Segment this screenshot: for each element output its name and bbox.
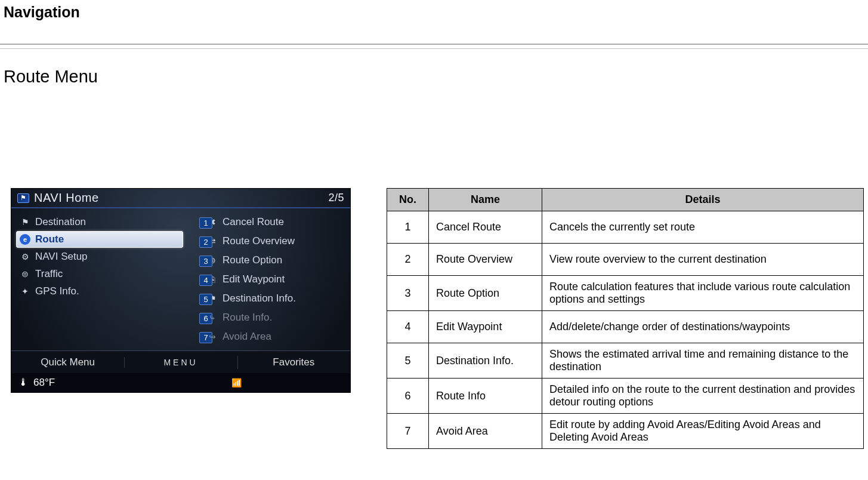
cell-name: Route Option	[429, 276, 542, 311]
device-title: NAVI Home	[34, 191, 99, 205]
menu-icon: ✦	[20, 286, 30, 297]
left-menu-item[interactable]: ✦GPS Info.	[16, 283, 183, 300]
cell-no: 2	[387, 244, 429, 276]
table-row: 6Route InfoDetailed info on the route to…	[387, 379, 864, 414]
flag-icon: ⚑	[17, 193, 29, 203]
right-menu-item[interactable]: ⇄Route Overview	[203, 233, 338, 250]
menu-label: NAVI Setup	[35, 251, 88, 263]
cell-details: Add/delete/change order of destinations/…	[542, 311, 864, 343]
device-footer: Quick Menu MENU Favorites	[11, 350, 350, 373]
table-row: 4Edit WaypointAdd/delete/change order of…	[387, 311, 864, 343]
menu-label: Destination	[35, 216, 86, 228]
cell-name: Route Info	[429, 379, 542, 414]
footer-menu[interactable]: MENU	[124, 353, 237, 371]
cell-no: 1	[387, 211, 429, 244]
menu-label: Traffic	[35, 268, 63, 280]
cell-details: Cancels the currently set route	[542, 211, 864, 244]
col-no: No.	[387, 189, 429, 211]
menu-label: GPS Info.	[35, 285, 79, 297]
left-menu-item[interactable]: ⚑Destination	[16, 214, 183, 230]
right-menu-row: 6⤷Route Info.	[201, 309, 341, 328]
menu-label: Destination Info.	[223, 293, 296, 304]
right-menu-row: 2⇄Route Overview	[201, 233, 341, 251]
cell-details: Shows the estimated arrival time and rem…	[542, 343, 864, 379]
cell-details: Edit route by adding Avoid Areas/Editing…	[542, 414, 864, 449]
cell-name: Destination Info.	[429, 343, 542, 379]
table-row: 3Route OptionRoute calculation features …	[387, 276, 864, 311]
temperature: 68°F	[33, 377, 55, 389]
table-row: 7Avoid AreaEdit route by adding Avoid Ar…	[387, 414, 864, 449]
menu-icon: ⚙	[20, 251, 30, 262]
menu-label: Route Option	[223, 254, 282, 266]
cell-details: Detailed info on the route to the curren…	[542, 379, 864, 414]
cell-no: 7	[387, 414, 429, 449]
header-underline	[11, 207, 350, 208]
menu-label: Edit Waypoint	[223, 273, 285, 285]
device-figure: ⚑ NAVI Home 2/5 ⚑DestinationeRoute⚙NAVI …	[11, 188, 351, 393]
right-menu-item[interactable]: ✖Cancel Route	[203, 214, 338, 230]
menu-label: Route Overview	[223, 235, 295, 247]
device-body: ⚑DestinationeRoute⚙NAVI Setup⊜Traffic✦GP…	[11, 211, 350, 350]
footer-quick-menu[interactable]: Quick Menu	[11, 352, 124, 373]
callout-badge: 1	[199, 217, 212, 229]
table-header-row: No. Name Details	[387, 189, 864, 211]
callout-badge: 5	[199, 294, 212, 305]
menu-label: Route	[35, 233, 64, 245]
content-row: ⚑ NAVI Home 2/5 ⚑DestinationeRoute⚙NAVI …	[0, 188, 868, 449]
device-header: ⚑ NAVI Home 2/5	[11, 189, 350, 206]
cell-no: 5	[387, 343, 429, 379]
col-name: Name	[429, 189, 542, 211]
cell-no: 6	[387, 379, 429, 414]
cell-name: Edit Waypoint	[429, 311, 542, 343]
right-menu: 1✖Cancel Route2⇄Route Overview3⊜Route Op…	[186, 213, 341, 347]
sub-divider	[0, 48, 868, 49]
menu-icon: e	[20, 234, 30, 245]
menu-label: Avoid Area	[223, 331, 271, 343]
menu-label: Cancel Route	[223, 216, 284, 228]
device-status-bar: 🌡 68°F 📶	[11, 373, 350, 392]
col-details: Details	[542, 189, 864, 211]
menu-icon: ⤷	[207, 312, 218, 323]
right-menu-item[interactable]: ↪Avoid Area	[203, 328, 338, 345]
footer-favorites[interactable]: Favorites	[237, 352, 350, 373]
cell-no: 3	[387, 276, 429, 311]
table-row: 5Destination Info.Shows the estimated ar…	[387, 343, 864, 379]
callout-badge: 3	[199, 256, 212, 267]
right-menu-row: 4⎘Edit Waypoint	[201, 271, 341, 290]
right-menu-row: 3⊜Route Option	[201, 252, 341, 270]
signal-icon: 📶	[231, 378, 242, 387]
table-row: 2Route OverviewView route overview to th…	[387, 244, 864, 276]
reference-table: No. Name Details 1Cancel RouteCancels th…	[387, 188, 864, 449]
menu-label: Route Info.	[223, 312, 272, 324]
callout-badge: 2	[199, 236, 212, 248]
right-menu-row: 1✖Cancel Route	[201, 214, 341, 232]
right-menu-row: 5⚑Destination Info.	[201, 290, 341, 309]
divider	[0, 44, 868, 45]
cell-name: Cancel Route	[429, 211, 542, 244]
right-menu-item[interactable]: ⊜Route Option	[203, 252, 338, 269]
cell-details: Route calculation features that include …	[542, 276, 864, 311]
table-row: 1Cancel RouteCancels the currently set r…	[387, 211, 864, 244]
page-heading: Navigation	[0, 4, 868, 27]
left-menu: ⚑DestinationeRoute⚙NAVI Setup⊜Traffic✦GP…	[13, 213, 186, 347]
menu-icon: ⊜	[20, 269, 30, 279]
left-menu-item[interactable]: eRoute	[16, 231, 183, 248]
left-menu-item[interactable]: ⊜Traffic	[16, 266, 183, 282]
menu-icon: ⚑	[20, 217, 30, 227]
cell-no: 4	[387, 311, 429, 343]
menu-icon: ↪	[207, 331, 218, 342]
right-menu-row: 7↪Avoid Area	[201, 328, 341, 347]
left-menu-item[interactable]: ⚙NAVI Setup	[16, 248, 183, 265]
section-title: Route Menu	[0, 67, 868, 87]
callout-badge: 4	[199, 275, 212, 286]
right-menu-item[interactable]: ⎘Edit Waypoint	[203, 271, 338, 288]
right-menu-item[interactable]: ⚑Destination Info.	[203, 290, 338, 307]
page-indicator: 2/5	[328, 192, 344, 204]
cell-name: Avoid Area	[429, 414, 542, 449]
cell-name: Route Overview	[429, 244, 542, 276]
thermometer-icon: 🌡	[18, 377, 29, 389]
cell-details: View route overview to the current desti…	[542, 244, 864, 276]
right-menu-item[interactable]: ⤷Route Info.	[203, 309, 338, 326]
